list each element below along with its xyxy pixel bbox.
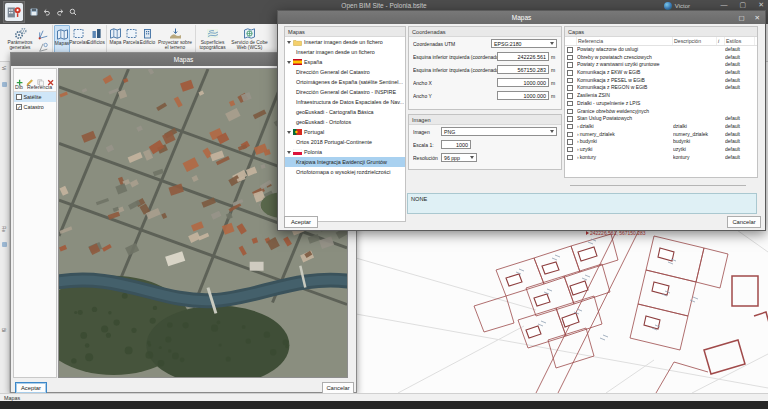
scale-input[interactable]: 1000 xyxy=(441,140,471,149)
layer-row[interactable]: Granice obrebów ewidencyjnych xyxy=(565,108,757,116)
layer-row[interactable]: Komunikacja z REGON w EGiBdefault xyxy=(565,84,757,92)
minimize-button[interactable]: — xyxy=(721,1,728,9)
layer-checkbox[interactable] xyxy=(567,93,573,99)
tree-item[interactable]: Portugal xyxy=(285,127,405,137)
tree-item[interactable]: España xyxy=(285,57,405,67)
layer-row[interactable]: ›dzialkidzialkidefault xyxy=(565,123,757,131)
layer-checkbox[interactable] xyxy=(567,85,573,91)
left-dock-strip[interactable]: ViReBi xyxy=(0,62,10,393)
reference-row-catastro[interactable]: ✓Catastro xyxy=(14,102,56,112)
layer-row[interactable]: Komunikacja z EKW w EGiBdefault xyxy=(565,69,757,77)
edit-icon[interactable] xyxy=(26,72,33,80)
ribbon-button-superficies[interactable]: Superficies topográficas xyxy=(197,25,228,55)
expand-icon[interactable]: › xyxy=(577,131,579,137)
copy-icon[interactable] xyxy=(37,72,44,80)
layer-checkbox[interactable] xyxy=(567,55,573,61)
coordinate-input[interactable]: 1000.000 xyxy=(497,78,549,87)
layer-checkbox[interactable] xyxy=(567,62,573,68)
layer-row[interactable]: Powiaty wlaczone do uslugidefault xyxy=(565,46,757,54)
layer-row[interactable]: Dzialki - uzupelnienie z LPIS xyxy=(565,100,757,108)
layer-row[interactable]: ›numery_dzialeknumery_dzialekdefault xyxy=(565,131,757,139)
visibility-checkbox[interactable] xyxy=(16,94,22,100)
tree-item[interactable]: geoEuskadi - Cartografía Básica xyxy=(285,107,405,117)
image-format-select[interactable]: PNG xyxy=(441,127,557,136)
tree-item[interactable]: Dirección General del Catastro - INSPIRE xyxy=(285,87,405,97)
layer-checkbox[interactable] xyxy=(567,101,573,107)
layer-checkbox[interactable] xyxy=(567,147,573,153)
dock-tab-bi[interactable]: Bi xyxy=(1,328,6,332)
tree-item[interactable]: Krajowa Integracja Ewidencji Gruntów xyxy=(285,157,405,167)
dock-tab-re[interactable]: Re xyxy=(1,226,6,232)
layer-row[interactable]: Powiaty z warstwami uzytki gruntowedefau… xyxy=(565,61,757,69)
chevron-down-icon[interactable] xyxy=(287,61,291,64)
dock-tab-vi[interactable]: Vi xyxy=(1,66,6,70)
tree-item[interactable]: Dirección General del Catastro xyxy=(285,67,405,77)
dialog-close-button[interactable]: ✕ xyxy=(755,11,760,24)
layer-checkbox[interactable] xyxy=(567,124,573,130)
tree-item[interactable]: geoEuskadi - Ortofotos xyxy=(285,117,405,127)
tree-item[interactable]: Ortofotomapa o wysokiej rozdzielczości xyxy=(285,167,405,177)
layer-checkbox[interactable] xyxy=(567,47,573,53)
layer-checkbox[interactable] xyxy=(567,78,573,84)
layer-checkbox[interactable] xyxy=(567,132,573,138)
ribbon-button-edificio[interactable]: Edificio xyxy=(139,25,156,55)
chevron-down-icon[interactable] xyxy=(287,131,291,134)
expand-icon[interactable]: › xyxy=(577,146,579,152)
tree-item[interactable]: Ortoimágenes de España (satélite Sentine… xyxy=(285,77,405,87)
tree-item[interactable]: Polonia xyxy=(285,147,405,157)
coordinate-marker-icon xyxy=(586,231,589,235)
layer-row[interactable]: ›konturykonturydefault xyxy=(565,154,757,162)
maximize-button[interactable]: ▢ xyxy=(740,1,747,9)
expand-icon[interactable]: › xyxy=(577,154,579,160)
visibility-checkbox[interactable]: ✓ xyxy=(16,104,22,110)
tree-item[interactable]: Infraestructura de Datos Espaciales de N… xyxy=(285,97,405,107)
axes-icon[interactable] xyxy=(38,26,49,37)
ribbon-buttons: Parámetros generalesMapasParcelasEdifici… xyxy=(2,25,271,53)
tree-item[interactable]: Insertar imagen desde un fichero xyxy=(285,37,405,47)
tree-item-label: Dirección General del Catastro xyxy=(296,69,370,75)
tree-item[interactable]: Insertar imagen desde un fichero xyxy=(285,47,405,57)
utm-select[interactable]: EPSG:2180 xyxy=(491,39,557,48)
delete-icon[interactable] xyxy=(47,72,54,80)
tree-item[interactable]: Ortos 2018 Portugal-Continente xyxy=(285,137,405,147)
layer-row[interactable]: Stan Uslug Powiatowychdefault xyxy=(565,115,757,123)
ribbon-button-mapa[interactable]: Mapa xyxy=(108,25,123,55)
user-account[interactable]: Victor xyxy=(664,2,690,10)
chevron-down-icon[interactable] xyxy=(287,151,291,154)
ribbon-button-mapas[interactable]: Mapas xyxy=(54,25,70,55)
ribbon-button-parcela[interactable]: Parcela xyxy=(123,25,139,55)
layer-style: default xyxy=(725,146,755,154)
dialog-accept-button[interactable]: Aceptar xyxy=(284,216,318,228)
dialog-cancel-button[interactable]: Cancelar xyxy=(727,216,761,228)
coordinate-input[interactable]: 567150.283 xyxy=(497,65,549,74)
layer-row[interactable]: Komunikacja z PESEL w EGiBdefault xyxy=(565,77,757,85)
reference-row-satélite[interactable]: Satélite xyxy=(14,92,56,102)
close-button[interactable]: ✕ xyxy=(758,1,764,9)
tree-item-label: Ortoimágenes de España (satélite Sentine… xyxy=(296,79,403,85)
ribbon-button-wcs[interactable]: Servicio de Cobe Web (WCS) xyxy=(228,25,271,55)
coordinate-input[interactable]: 1000.000 xyxy=(497,91,549,100)
layer-row[interactable]: ›uzytkiuzytkidefault xyxy=(565,146,757,154)
layer-row[interactable]: Obreby w powiatach czesciowychdefault xyxy=(565,54,757,62)
layer-checkbox[interactable] xyxy=(567,109,573,115)
ribbon-button-parcelas[interactable]: Parcelas xyxy=(70,25,87,55)
layer-checkbox[interactable] xyxy=(567,155,573,161)
dialog-maximize-button[interactable]: ▢ xyxy=(738,11,744,24)
layers-scrollbar[interactable] xyxy=(570,185,746,186)
axesc-icon[interactable] xyxy=(38,39,49,50)
expand-icon[interactable]: › xyxy=(577,123,579,129)
layer-checkbox[interactable] xyxy=(567,139,573,145)
ribbon-button-proyectar[interactable]: Proyectar sobre el terreno xyxy=(156,25,194,55)
resolution-select[interactable]: 96 ppp xyxy=(441,153,477,162)
add-icon[interactable] xyxy=(16,72,23,80)
layer-row[interactable]: Zasilenia ZSIN xyxy=(565,92,757,100)
ribbon-button-edificios[interactable]: Edificios xyxy=(87,25,105,55)
layer-row[interactable]: ›budynkibudynkidefault xyxy=(565,138,757,146)
layer-checkbox[interactable] xyxy=(567,116,573,122)
ribbon-button-parametros[interactable]: Parámetros generales xyxy=(2,25,38,55)
layer-checkbox[interactable] xyxy=(567,70,573,76)
coordinate-input[interactable]: 242226.561 xyxy=(497,52,549,61)
chevron-down-icon[interactable] xyxy=(287,41,291,44)
dialog-title[interactable]: Mapas ▢ ✕ xyxy=(278,11,765,24)
expand-icon[interactable]: › xyxy=(577,138,579,144)
